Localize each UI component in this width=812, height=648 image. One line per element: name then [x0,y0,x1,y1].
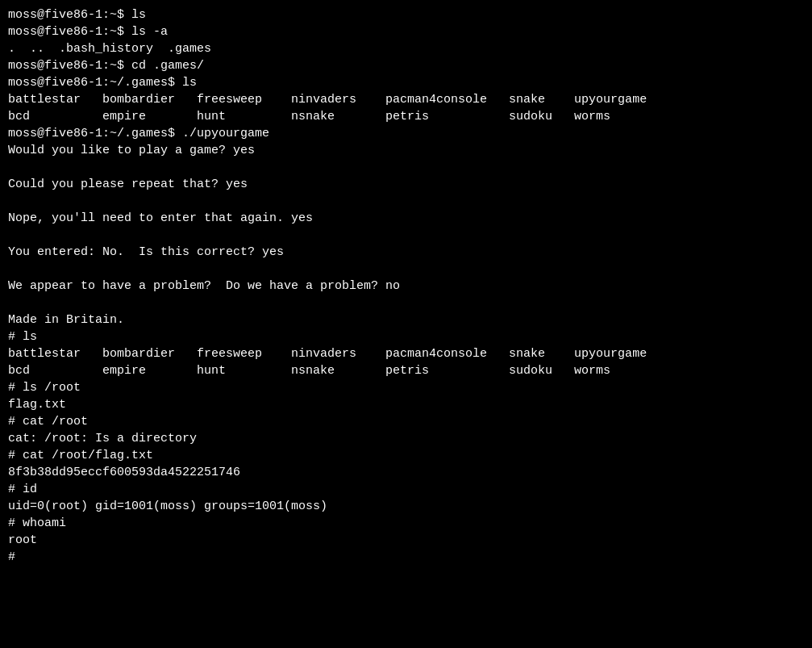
terminal-output: moss@five86-1:~$ ls moss@five86-1:~$ ls … [8,6,804,566]
